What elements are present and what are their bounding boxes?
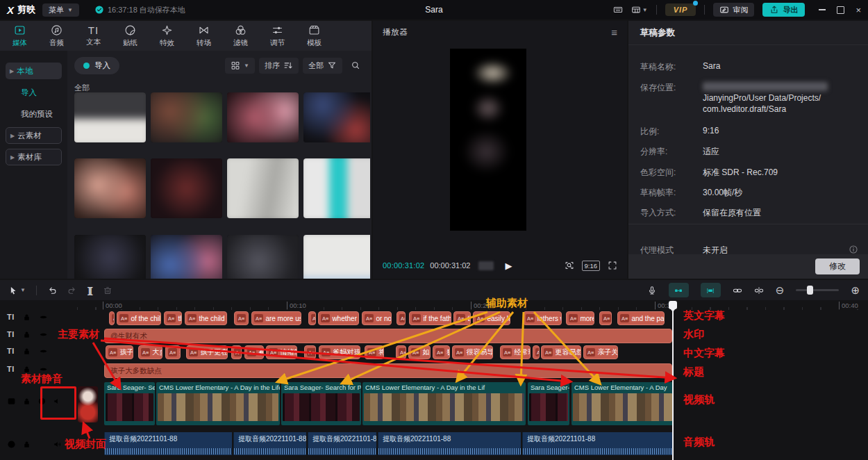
timeline-zoom-slider[interactable] [796,289,839,291]
video-cover-thumbnail[interactable] [78,386,98,422]
sidebar-item-1[interactable]: 导入 [6,84,62,101]
media-thumbnail[interactable] [227,92,299,142]
tab-media[interactable]: 媒体 [1,21,38,51]
english-subtitle-segment[interactable]: A≡ easily lea [473,311,510,325]
english-subtitle-segment[interactable]: A≡ [397,311,406,325]
menu-button[interactable]: 菜单 ▼ [42,3,79,17]
audio-clip[interactable]: 提取音频20221101-88 [378,432,521,455]
eye-icon[interactable] [39,313,48,324]
lock-icon[interactable] [22,347,31,358]
english-subtitle-segment[interactable]: A≡ whether t [318,311,359,325]
select-tool-button[interactable]: ▼ [8,286,26,295]
chinese-subtitle-segment[interactable]: A≡ 爸妈对孩子 [319,345,360,359]
halfeye-icon[interactable] [37,397,47,408]
zoom-out-button[interactable]: ⊖ [776,284,785,297]
tab-fx[interactable]: 特效 [149,21,185,51]
english-subtitle-segment[interactable]: A≡ if the fath [409,311,451,325]
media-thumbnail[interactable] [227,158,299,218]
media-thumbnail[interactable] [74,92,146,142]
chinese-subtitle-segment[interactable]: A≡ [231,345,242,359]
link-preview-button[interactable] [733,286,742,295]
sidebar-item-4[interactable]: ▶素材库 [6,149,62,165]
media-thumbnail[interactable] [303,92,370,142]
media-thumbnail[interactable] [151,92,222,142]
text-track-icon[interactable]: TI [7,330,15,338]
tab-text[interactable]: TI文本 [75,21,112,51]
english-subtitle-segment[interactable]: A≡ th [453,311,471,325]
media-thumbnail[interactable] [227,235,299,279]
timeline-playhead[interactable] [672,301,674,460]
import-button[interactable]: 导入 [74,57,119,74]
eye-icon[interactable] [39,330,48,341]
lock-icon[interactable] [22,440,31,451]
english-subtitle-segment[interactable]: A≡ [109,311,115,325]
info-icon[interactable] [849,245,858,254]
chinese-subtitle-segment[interactable]: A≡ 孩子更在意 [186,345,228,359]
player-menu-icon[interactable]: ≡ [611,26,617,38]
english-subtitle-segment[interactable]: A≡ are more us [251,311,301,325]
muted-speaker-icon[interactable] [53,397,62,408]
watermark-text-bar[interactable]: @生财有术 [104,329,672,343]
chinese-subtitle-segment[interactable]: A≡ 经常玩手 [500,345,531,359]
vip-badge[interactable]: VIP [665,3,696,16]
video-clip[interactable]: Sara Seager- Search for Pla [281,382,361,425]
tab-template[interactable]: 模板 [296,21,333,51]
chinese-subtitle-segment[interactable]: A≡ 被 [244,345,264,359]
chinese-subtitle-segment[interactable]: A≡ 情绪掌控 [266,345,297,359]
undo-button[interactable] [47,286,57,295]
english-subtitle-segment[interactable]: A≡ v [599,311,612,325]
video-preview[interactable] [450,49,526,231]
media-thumbnail[interactable] [303,235,370,279]
layout-switch-button[interactable]: ▼ [631,5,648,15]
search-icon[interactable] [347,60,365,70]
lock-icon[interactable] [22,313,31,324]
audio-clip[interactable]: 提取音频20221101-88 [233,432,306,455]
video-clip[interactable]: Sara Seager- [528,382,569,425]
delete-button[interactable] [103,286,112,295]
play-button[interactable]: ▶ [505,261,512,271]
chinese-subtitle-segment[interactable]: A≡ 孩子 [106,345,133,359]
shortcut-keys-icon[interactable] [613,5,623,15]
tab-audio[interactable]: 音频 [38,21,75,51]
lock-icon[interactable] [22,365,31,376]
maximize-button[interactable] [837,6,844,14]
sidebar-item-0[interactable]: ▶本地 [6,63,62,79]
redo-button[interactable] [67,286,77,295]
text-track-icon[interactable]: TI [7,313,15,321]
filter-button[interactable]: 全部 [303,58,342,74]
tab-sticker[interactable]: 贴纸 [112,21,149,51]
chinese-subtitle-segment[interactable]: A≡ 将影 [365,345,384,359]
export-button[interactable]: 导出 [762,3,805,17]
chinese-subtitle-segment[interactable]: A≡ [396,345,406,359]
sidebar-item-2[interactable]: 我的预设 [6,106,62,122]
speaker-icon[interactable] [53,440,62,451]
media-thumbnail[interactable] [151,158,222,218]
playhead-handle[interactable] [669,301,677,309]
video-clip[interactable]: CMS Lower Elementary - A Day in the Lif [362,382,526,425]
close-button[interactable]: × [856,5,861,15]
english-subtitle-segment[interactable]: A≡ of the child [117,311,161,325]
text-track-icon[interactable]: TI [7,365,15,373]
chinese-subtitle-segment[interactable]: A≡ 很容易导致孩 [452,345,493,359]
split-button[interactable]: ][ [87,285,92,295]
audio-clip[interactable]: 提取音频20221101-88 [522,432,674,455]
chinese-subtitle-segment[interactable]: A≡ 如果 [408,345,431,359]
audio-icon[interactable] [7,440,16,451]
tab-filter[interactable]: 滤镜 [222,21,259,51]
video-clip[interactable]: CMS Lower Elementary - A Day in the Life [156,382,280,425]
audio-clip[interactable]: 提取音频20221101-88 [104,432,232,455]
title-text-bar[interactable]: 孩子大多数缺点 [104,363,672,378]
chinese-subtitle-segment[interactable]: A≡ 更容易忽视和忽 [541,345,581,359]
unlink-button[interactable] [754,286,764,295]
english-subtitle-segment[interactable]: A≡ more l [566,311,594,325]
audio-clip[interactable]: 提取音频20221101-88 [308,432,376,455]
chinese-subtitle-segment[interactable]: A≡ 犹豫 [433,345,450,359]
english-subtitle-segment[interactable]: A≡ 2 [234,311,249,325]
auto-snap-toggle[interactable] [701,283,721,297]
english-subtitle-segment[interactable]: A≡ or not [362,311,392,325]
tab-transition[interactable]: 转场 [185,21,222,51]
eye-icon[interactable] [39,365,48,376]
media-thumbnail[interactable] [74,235,146,279]
media-thumbnail[interactable] [303,158,370,218]
english-subtitle-segment[interactable]: A≡ th [164,311,182,325]
